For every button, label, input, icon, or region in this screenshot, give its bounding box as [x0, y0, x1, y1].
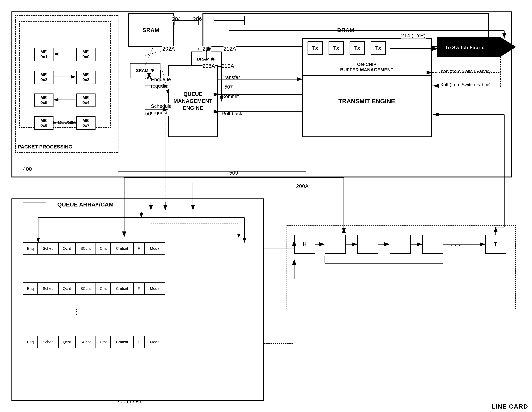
commit-label: Commit [222, 93, 239, 100]
cell-cmt-1: Cmt [96, 242, 111, 255]
cell-cmt-2: Cmt [96, 283, 111, 295]
cell-sched-2: Sched [38, 283, 58, 295]
me-box-0x6: ME0x6 [34, 116, 54, 130]
cell-f-2: F [133, 283, 144, 295]
cell-enq-1: Enq [23, 242, 38, 255]
cell-sched-1: Sched [38, 242, 58, 255]
me-box-0x7: ME0x7 [76, 116, 95, 130]
cell-f-1: F [133, 242, 144, 255]
to-switch-fabric-label: To Switch Fabric [437, 42, 480, 48]
cell-scnt-3: SCcnt [75, 336, 96, 348]
cell-sched-3: Sched [38, 336, 58, 348]
tx-box-4: Tx [370, 41, 386, 55]
me-box-0x5: ME0x5 [34, 93, 54, 107]
transmit-engine-label: TRANSMIT ENGINE [339, 97, 395, 106]
me-box-0x2: ME0x2 [34, 71, 54, 84]
ref-207: 207 [202, 46, 211, 52]
me-box-0x4: ME0x4 [76, 93, 95, 107]
cell-qcnt-1: Qcnt [58, 242, 75, 255]
tx-box-3: Tx [350, 41, 365, 55]
packet-t-node: T [485, 235, 506, 254]
cell-qcnt-3: Qcnt [58, 336, 75, 348]
schedule-label: Schedulerequest [151, 103, 171, 116]
ellipsis: ⋮ [73, 307, 80, 316]
enqueue-label: Enqueuerequest [151, 76, 171, 89]
packet-node-2 [357, 235, 378, 254]
me-box-0x3: ME0x3 [76, 71, 95, 84]
queue-array-box [11, 199, 264, 401]
queue-row-2: Enq Sched Qcnt SCcnt Cmt Cmtcnt F Mode [23, 283, 165, 295]
sram-label: SRAM [142, 27, 159, 33]
tx-box-2: Tx [329, 41, 344, 55]
cell-scnt-1: SCcnt [75, 242, 96, 255]
ref-202A: 202A [162, 46, 175, 52]
cell-mode-1: Mode [144, 242, 165, 255]
queue-row-1: Enq Sched Qcnt SCcnt Cmt Cmtcnt F Mode [23, 242, 165, 255]
diagram: LINE CARD SRAM DRAM PACKET PROCESSING ME… [0, 0, 532, 412]
queue-row-3: Enq Sched Qcnt SCcnt Cmt Cmtcnt F Mode [23, 336, 165, 348]
dram-label: DRAM [337, 27, 354, 33]
line-card-label: LINE CARD [492, 403, 528, 410]
sram-box: SRAM [128, 13, 174, 47]
packet-node-1 [325, 235, 346, 254]
packet-h-node: H [294, 235, 315, 254]
me-box-0x1: ME0x1 [34, 48, 54, 61]
cell-qcnt-2: Qcnt [58, 283, 75, 295]
transfer-label: Transfer [222, 74, 240, 80]
xoff-label: Xoff (from Switch Fabric) [440, 82, 491, 87]
rollback-label: Roll-back [222, 111, 242, 117]
ref-212A: 212A [224, 46, 236, 52]
qme-box: QUEUE MANAGEMENT ENGINE [168, 65, 218, 137]
ref-507: 507 [224, 84, 233, 90]
cell-scnt-2: SCcnt [75, 283, 96, 295]
cell-mode-3: Mode [144, 336, 165, 348]
cell-cmtcnt-2: Cmtcnt [111, 283, 133, 295]
ref-200A: 200A [296, 183, 308, 189]
ref-204: 204 [172, 16, 181, 22]
cell-cmt-3: Cmt [96, 336, 111, 348]
dram-if-label: DRAM I/F [197, 57, 216, 62]
xon-label: Xon (from Switch Fabric) [440, 69, 491, 74]
ref-509: 509 [229, 170, 238, 176]
cell-enq-3: Enq [23, 336, 38, 348]
ref-400: 400 [23, 166, 32, 172]
cell-mode-2: Mode [144, 283, 165, 295]
cell-enq-2: Enq [23, 283, 38, 295]
me-box-0x0: ME0x0 [76, 48, 95, 61]
packet-processing-label: PACKET PROCESSING [18, 144, 72, 150]
ocbm-label: ON-CHIP BUFFER MANAGEMENT [340, 62, 393, 73]
packet-node-3 [390, 235, 411, 254]
cell-cmtcnt-3: Cmtcnt [111, 336, 133, 348]
ref-210A: 210A [222, 63, 234, 69]
ref-214: 214 (TYP) [401, 32, 426, 38]
cell-cmtcnt-1: Cmtcnt [111, 242, 133, 255]
qme-label: QUEUE MANAGEMENT ENGINE [173, 91, 212, 111]
packet-node-4 [422, 235, 443, 254]
ref-208A: 208A [202, 63, 215, 69]
sram-if-label: SRAM I/F [136, 68, 154, 73]
queue-array-label: QUEUE ARRAY/CAM [57, 201, 114, 208]
tx-box-1: Tx [308, 41, 323, 55]
ref-206: 206 [193, 16, 202, 22]
cell-f-3: F [133, 336, 144, 348]
me-cluster-box: ME CLUSTER [19, 21, 111, 128]
